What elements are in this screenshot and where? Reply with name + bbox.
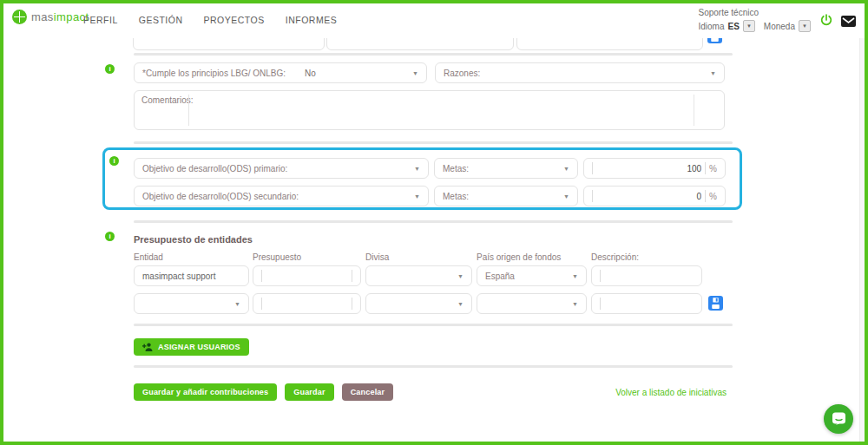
chat-bubble-icon[interactable] (824, 404, 853, 434)
brand-name: masimpact (31, 10, 89, 23)
pais-select[interactable]: España▼ (477, 265, 587, 286)
info-icon[interactable] (109, 156, 119, 166)
comentarios-textarea[interactable] (193, 95, 690, 126)
header: masimpact PERFIL GESTIÓN PROYECTOS INFOR… (3, 3, 865, 38)
metas-primary-select[interactable]: Metas: ▼ (434, 158, 578, 179)
back-to-list-link[interactable]: Volver a listado de iniciativas (615, 388, 727, 397)
divider (705, 162, 706, 174)
chevron-down-icon: ▼ (457, 273, 464, 279)
app-window: masimpact PERFIL GESTIÓN PROYECTOS INFOR… (0, 0, 868, 445)
chevron-down-icon: ▼ (412, 70, 418, 76)
divider (134, 365, 733, 368)
language-value: ES (728, 22, 740, 31)
ods-primary-select[interactable]: Objetivo de desarrollo(ODS) primario: ▼ (134, 158, 429, 179)
presupuesto-input-box[interactable] (253, 265, 361, 286)
header-settings: Soporte técnico Idioma ES ▼ Moneda ▼ (699, 8, 812, 32)
divider (188, 95, 189, 126)
comentarios-tail-cell (694, 91, 724, 129)
entidad-input[interactable] (142, 272, 240, 281)
pais-value: España (485, 272, 515, 281)
ods-primary-label: Objetivo de desarrollo(ODS) primario: (142, 164, 287, 173)
nav-proyectos[interactable]: PROYECTOS (204, 15, 265, 25)
comentarios-label: Comentarios: (135, 91, 188, 129)
ods-secondary-percent-box: % (583, 186, 726, 206)
form-actions: Guardar y añadir contribuciones Guardar … (134, 383, 727, 401)
divider (134, 141, 733, 144)
language-label: Idioma (699, 22, 725, 31)
divider (134, 53, 733, 56)
comentarios-box: Comentarios: (134, 90, 725, 130)
chevron-down-icon: ▼ (457, 301, 464, 307)
save-button[interactable]: Guardar (285, 383, 333, 401)
divider (352, 298, 352, 310)
razones-label: Razones: (444, 69, 480, 78)
chevron-down-icon: ▼ (710, 70, 716, 76)
entidad-input-box[interactable] (134, 265, 249, 286)
new-entidad-select[interactable]: ▼ (134, 293, 249, 314)
scrollbar[interactable] (859, 38, 865, 442)
main-nav: PERFIL GESTIÓN PROYECTOS INFORMES (83, 15, 337, 25)
chevron-down-icon: ▼ (234, 301, 240, 307)
metas-secondary-select[interactable]: Metas: ▼ (434, 186, 578, 206)
new-presupuesto-input-box[interactable] (253, 293, 361, 314)
ods-primary-percent-box: % (583, 158, 726, 179)
percent-suffix: % (709, 192, 717, 201)
new-divisa-select[interactable]: ▼ (365, 293, 472, 314)
chevron-down-icon: ▼ (414, 193, 420, 200)
ods-secondary-percent-input[interactable] (593, 192, 705, 201)
cancel-button[interactable]: Cancelar (342, 383, 394, 401)
descripcion-input[interactable] (601, 272, 694, 281)
col-pais: País origen de fondos (477, 252, 561, 262)
lbg-select[interactable]: *Cumple los principios LBG/ ONLBG: No ▼ (134, 62, 427, 83)
new-presupuesto-input[interactable] (262, 299, 352, 309)
divider (705, 190, 706, 202)
razones-select[interactable]: Razones: ▼ (435, 62, 725, 83)
ods-secondary-select[interactable]: Objetivo de desarrollo(ODS) secundario: … (134, 186, 429, 206)
metas-label: Metas: (443, 164, 469, 173)
nav-gestion[interactable]: GESTIÓN (139, 15, 183, 25)
support-label: Soporte técnico (699, 8, 812, 17)
assign-users-button[interactable]: ASIGNAR USUARIOS (134, 338, 249, 356)
nav-perfil[interactable]: PERFIL (83, 15, 118, 25)
chevron-down-icon: ▼ (414, 166, 420, 172)
assign-users-label: ASIGNAR USUARIOS (158, 343, 240, 351)
chevron-down-icon: ▼ (572, 273, 578, 279)
chevron-down-icon: ▼ (563, 193, 569, 200)
col-entidad: Entidad (134, 252, 163, 262)
col-divisa: Divisa (365, 252, 389, 262)
budget-section-title: Presupuesto de entidades (134, 234, 253, 245)
presupuesto-input[interactable] (262, 272, 352, 281)
currency-select[interactable]: ▼ (799, 20, 811, 32)
logout-power-icon[interactable] (819, 13, 833, 30)
save-budget-row-icon[interactable] (708, 296, 723, 311)
chevron-down-icon: ▼ (572, 301, 578, 307)
currency-label: Moneda (764, 22, 795, 31)
ods-primary-percent-input[interactable] (593, 164, 705, 173)
descripcion-input-box[interactable] (591, 265, 702, 286)
divisa-select[interactable]: ▼ (365, 265, 472, 286)
new-descripcion-input-box[interactable] (591, 293, 702, 314)
new-pais-select[interactable]: ▼ (477, 293, 587, 314)
col-presupuesto: Presupuesto (253, 252, 301, 262)
brand-logo[interactable]: masimpact (12, 10, 89, 24)
lbg-value: No (305, 69, 316, 78)
save-and-add-button[interactable]: Guardar y añadir contribuciones (134, 383, 277, 401)
mail-icon[interactable] (841, 15, 856, 30)
col-descripcion: Descripción: (591, 252, 639, 262)
chevron-down-icon: ▼ (563, 166, 569, 172)
masimpact-logo-icon (12, 10, 27, 24)
info-icon[interactable] (105, 232, 115, 241)
add-user-icon (142, 343, 154, 351)
divider (134, 220, 733, 223)
divider (352, 270, 352, 282)
info-icon[interactable] (105, 64, 115, 74)
ods-secondary-label: Objetivo de desarrollo(ODS) secundario: (142, 192, 299, 201)
language-select[interactable]: ▼ (743, 20, 755, 32)
metas-label: Metas: (443, 192, 469, 201)
divider (134, 324, 733, 326)
percent-suffix: % (709, 164, 717, 173)
nav-informes[interactable]: INFORMES (286, 15, 337, 25)
new-descripcion-input[interactable] (601, 299, 694, 309)
lbg-label: *Cumple los principios LBG/ ONLBG: (142, 69, 286, 78)
